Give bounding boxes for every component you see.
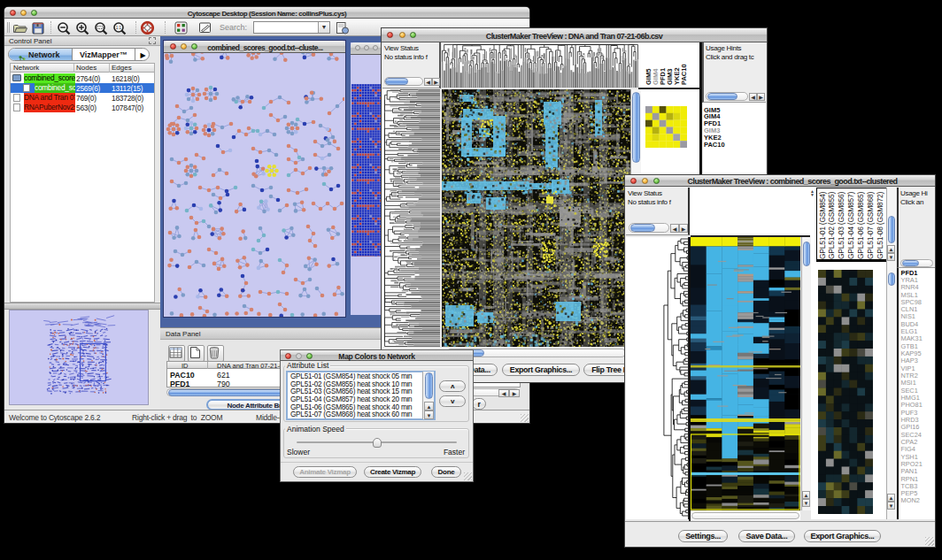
svg-text:1:1: 1:1	[116, 26, 122, 30]
